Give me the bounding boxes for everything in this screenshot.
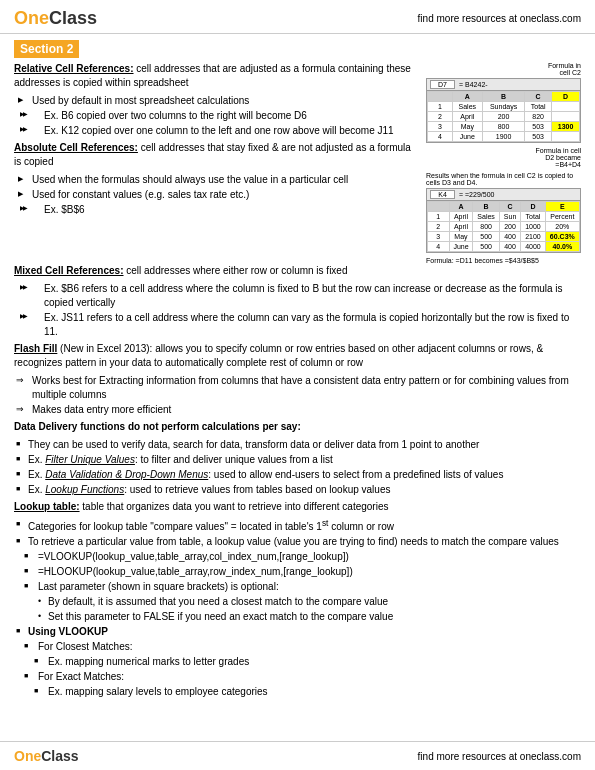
list-item: They can be used to verify data, search … bbox=[14, 438, 581, 452]
formula-label1: Formula incell C2 bbox=[426, 62, 581, 76]
lookup-definition: table that organizes data you want to re… bbox=[80, 501, 389, 512]
section-heading: Section 2 bbox=[14, 40, 79, 58]
page-header: OneClass find more resources at oneclass… bbox=[0, 0, 595, 34]
relative-title: Relative Cell References: bbox=[14, 63, 134, 74]
list-item: Using VLOOKUP bbox=[14, 625, 581, 639]
page-footer: OneClass find more resources at oneclass… bbox=[0, 741, 595, 770]
list-item: Ex. JS11 refers to a cell address where … bbox=[14, 311, 581, 339]
header-tagline: find more resources at oneclass.com bbox=[418, 13, 581, 24]
list-item: For Closest Matches: bbox=[14, 640, 581, 654]
flash-fill-bullets: Works best for Extracting information fr… bbox=[14, 374, 581, 417]
relative-bullets: Used by default in most spreadsheet calc… bbox=[14, 94, 418, 138]
footer-logo: OneClass bbox=[14, 748, 79, 764]
text-column: Relative Cell References: cell addresses… bbox=[14, 62, 418, 264]
list-item: Ex. $B$6 bbox=[14, 203, 418, 217]
spreadsheet-table1: ABCD 1SalesSundaysTotal 2April200820 3Ma… bbox=[427, 91, 580, 142]
formula-bar2: K4 = =229/500 bbox=[427, 189, 580, 201]
list-item: Ex. B6 copied over two columns to the ri… bbox=[14, 109, 418, 123]
lookup-title: Lookup table: bbox=[14, 501, 80, 512]
list-item: Used when the formulas should always use… bbox=[14, 173, 418, 187]
lookup-table-section: Lookup table: table that organizes data … bbox=[14, 500, 581, 514]
mixed-cell-ref-section: Mixed Cell References: cell addresses wh… bbox=[14, 264, 581, 278]
data-delivery-title: Data Delivery functions do not perform c… bbox=[14, 421, 301, 432]
spreadsheet1: Formula incell C2 D7 = B4242- ABCD 1Sale… bbox=[426, 62, 581, 168]
flash-fill-title: Flash Fill bbox=[14, 343, 57, 354]
main-content: Section 2 Relative Cell References: cell… bbox=[0, 34, 595, 742]
formula-label2: Formula in cellD2 became=B4+D4 bbox=[426, 147, 581, 168]
cell-ref2: K4 bbox=[430, 190, 455, 199]
list-item: Used for constant values (e.g. sales tax… bbox=[14, 188, 418, 202]
cell-ref: D7 bbox=[430, 80, 455, 89]
list-item: Makes data entry more efficient bbox=[14, 403, 581, 417]
list-item: Ex. Lookup Functions: used to retrieve v… bbox=[14, 483, 581, 497]
list-item: =HLOOKUP(lookup_value,table_array,row_in… bbox=[14, 565, 581, 579]
footer-logo-class: Class bbox=[41, 748, 78, 764]
relative-cell-ref-section: Relative Cell References: cell addresses… bbox=[14, 62, 418, 90]
data-delivery-bullets: They can be used to verify data, search … bbox=[14, 438, 581, 497]
list-item: Set this parameter to FALSE if you need … bbox=[14, 610, 581, 624]
list-item: Ex. Filter Unique Values: to filter and … bbox=[14, 453, 581, 467]
lookup-bullets: Categories for lookup table "compare val… bbox=[14, 518, 581, 699]
mixed-bullets: Ex. $B6 refers to a cell address where t… bbox=[14, 282, 581, 339]
footer-logo-one: One bbox=[14, 748, 41, 764]
formula-content: = B4242- bbox=[459, 81, 488, 88]
formula-bar1: D7 = B4242- bbox=[427, 79, 580, 91]
list-item: Ex. mapping numerical marks to letter gr… bbox=[14, 655, 581, 669]
content-layout: Relative Cell References: cell addresses… bbox=[14, 62, 581, 264]
list-item: Ex. K12 copied over one column to the le… bbox=[14, 124, 418, 138]
absolute-bullets: Used when the formulas should always use… bbox=[14, 173, 418, 217]
flash-fill-note: (New in Excel 2013) bbox=[57, 343, 149, 354]
list-item: To retrieve a particular value from tabl… bbox=[14, 535, 581, 549]
mixed-title: Mixed Cell References: bbox=[14, 265, 124, 276]
logo-one: One bbox=[14, 8, 49, 28]
logo-class: Class bbox=[49, 8, 97, 28]
data-delivery-section: Data Delivery functions do not perform c… bbox=[14, 420, 581, 434]
list-item: Last parameter (shown in square brackets… bbox=[14, 580, 581, 594]
list-item: By default, it is assumed that you need … bbox=[14, 595, 581, 609]
spreadsheet-table2: ABCDE 1AprilSalesSunTotalPercent 2April8… bbox=[427, 201, 580, 252]
footer-tagline: find more resources at oneclass.com bbox=[418, 751, 581, 762]
list-item: =VLOOKUP(lookup_value,table_array,col_in… bbox=[14, 550, 581, 564]
spreadsheet-box1: D7 = B4242- ABCD 1SalesSundaysTotal 2Apr… bbox=[426, 78, 581, 143]
formula-label3: Formula: =D11 becomes =$43/$B$5 bbox=[426, 257, 581, 264]
absolute-cell-ref-section: Absolute Cell References: cell addresses… bbox=[14, 141, 418, 169]
list-item: Categories for lookup table "compare val… bbox=[14, 518, 581, 534]
list-item: Used by default in most spreadsheet calc… bbox=[14, 94, 418, 108]
list-item: Works best for Extracting information fr… bbox=[14, 374, 581, 402]
results-note: Results when the formula in cell C2 is c… bbox=[426, 172, 581, 186]
list-item: Ex. Data Validation & Drop-Down Menus: u… bbox=[14, 468, 581, 482]
mixed-definition: cell addresses where either row or colum… bbox=[124, 265, 348, 276]
logo: OneClass bbox=[14, 8, 97, 29]
list-item: Ex. $B6 refers to a cell address where t… bbox=[14, 282, 581, 310]
flash-fill-section: Flash Fill (New in Excel 2013): allows y… bbox=[14, 342, 581, 370]
formula-content2: = =229/500 bbox=[459, 191, 494, 198]
list-item: Ex. mapping salary levels to employee ca… bbox=[14, 685, 581, 699]
spreadsheet-box2: K4 = =229/500 ABCDE 1AprilSalesSunTotalP… bbox=[426, 188, 581, 253]
list-item: For Exact Matches: bbox=[14, 670, 581, 684]
absolute-title: Absolute Cell References: bbox=[14, 142, 138, 153]
image-column: Formula incell C2 D7 = B4242- ABCD 1Sale… bbox=[426, 62, 581, 264]
